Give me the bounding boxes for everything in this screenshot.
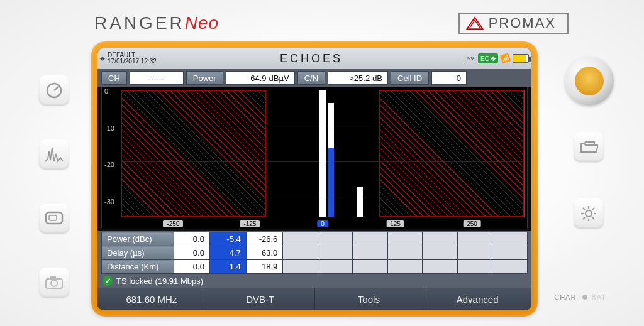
table-cell (353, 260, 388, 274)
echo-bar-selected-top (328, 103, 334, 148)
row-header: Distance (Km) (102, 260, 174, 274)
table-cell (283, 232, 318, 246)
svg-line-13 (583, 208, 585, 210)
spectrum-icon (44, 145, 64, 164)
ch-label: CH (101, 71, 127, 85)
screen-bezel: ⌖ DEFAULT 17/01/2017 12:32 ECHOES 5V EC … (91, 41, 538, 317)
cn-value: >25.2 dB (328, 71, 388, 85)
cn-label: C/N (297, 71, 325, 85)
hw-gauge-button[interactable] (39, 75, 69, 106)
hw-settings-button[interactable] (574, 198, 604, 229)
table-cell (318, 232, 353, 246)
guard-zone-right (379, 90, 524, 217)
table-row: Power (dBc)0.0-5.4-26.6 (102, 232, 528, 246)
bat-label-text: BAT (591, 293, 606, 301)
freq-button[interactable]: 681.60 MHz (97, 288, 206, 310)
xtick: -125 (240, 220, 260, 227)
battery-icon (513, 54, 529, 63)
hw-folder-button[interactable] (574, 132, 604, 162)
table-cell (387, 260, 423, 274)
brand-suffix: Neo (185, 13, 219, 33)
ec-label: EC (480, 55, 489, 62)
ts-status-text: TS locked (19.91 Mbps) (116, 276, 203, 286)
ec-badge: EC ✥ (478, 53, 498, 63)
char-label-text: CHAR. (554, 293, 579, 301)
svg-rect-3 (46, 212, 62, 224)
table-cell[interactable]: 0.0 (174, 260, 209, 274)
echoes-table: Power (dBc)0.0-5.4-26.6Delay (µs)0.04.76… (97, 231, 531, 274)
table-cell[interactable]: 1.4 (209, 260, 246, 274)
table-cell (353, 232, 388, 246)
svg-point-6 (51, 280, 57, 286)
ytick: -10 (104, 124, 114, 132)
table-cell[interactable]: -26.6 (246, 232, 283, 246)
echo-bar-main[interactable] (319, 90, 326, 217)
cellid-label: Cell ID (391, 71, 429, 85)
xtick-center: 0 (317, 220, 328, 227)
brand-maker: PROMAX (489, 15, 556, 31)
echo-bar-selected[interactable] (328, 148, 334, 217)
ch-value[interactable]: ------ (130, 71, 184, 85)
svg-line-14 (592, 217, 594, 219)
table-cell (318, 260, 353, 274)
table-cell (283, 260, 318, 274)
chart-plot-area (121, 90, 525, 217)
table-cell (457, 246, 492, 260)
cn-num: >25.2 (349, 73, 370, 83)
table-cell (492, 260, 528, 274)
power-label: Power (186, 71, 223, 85)
lcd-screen: ⌖ DEFAULT 17/01/2017 12:32 ECHOES 5V EC … (97, 48, 531, 310)
table-cell (423, 246, 458, 260)
folder-open-icon (579, 139, 598, 155)
table-cell[interactable]: 0.0 (174, 232, 209, 246)
cellid-value: 0 (431, 71, 467, 85)
echoes-chart[interactable]: 0 -10 -20 -30 -250 (101, 87, 528, 229)
ytick: -30 (104, 198, 114, 205)
checkmark-icon: ✔ (103, 276, 113, 286)
page-title: ECHOES (160, 52, 462, 65)
tools-button[interactable]: Tools (315, 288, 424, 310)
hw-camera-button[interactable] (39, 268, 69, 298)
camera-icon (44, 275, 64, 290)
timestamp: 17/01/2017 12:32 (108, 58, 157, 65)
promax-logo-icon (466, 16, 484, 30)
ts-status-row: ✔ TS locked (19.91 Mbps) (97, 274, 531, 288)
char-led-icon (582, 295, 587, 300)
y-axis-labels: 0 -10 -20 -30 (104, 87, 121, 219)
echo-bar-3[interactable] (357, 187, 363, 217)
table-cell[interactable]: 4.7 (209, 246, 246, 260)
table-cell[interactable]: 63.0 (246, 246, 283, 260)
table-cell (492, 246, 528, 260)
rotary-knob[interactable] (565, 57, 614, 106)
table-cell[interactable]: 18.9 (246, 260, 283, 274)
ytick: -20 (104, 161, 114, 168)
table-cell (387, 246, 423, 260)
cn-unit: dB (370, 73, 382, 83)
table-cell[interactable]: 0.0 (174, 246, 209, 260)
table-row: Distance (Km)0.01.418.9 (102, 260, 528, 274)
standard-button[interactable]: DVB-T (206, 288, 315, 310)
svg-point-8 (586, 210, 592, 217)
hw-spectrum-button[interactable] (39, 139, 69, 170)
power-value: 64.9 dBµV (226, 71, 295, 85)
table-cell (457, 260, 492, 274)
svg-marker-0 (467, 18, 482, 29)
brand-title: RANGERNeo (94, 13, 219, 33)
table-row: Delay (µs)0.04.763.0 (102, 246, 528, 260)
svg-rect-4 (49, 215, 57, 220)
table-cell[interactable]: -5.4 (209, 232, 246, 246)
move-icon: ✥ (491, 55, 496, 62)
brand-maker-badge: PROMAX (458, 13, 569, 34)
xtick: 125 (386, 220, 404, 227)
charge-indicator: CHAR. BAT (554, 293, 606, 301)
xtick: -250 (163, 220, 183, 227)
readout-bar: CH ------ Power 64.9 dBµV C/N >25.2 dB C… (97, 69, 531, 87)
advanced-button[interactable]: Advanced (423, 288, 531, 310)
hw-tv-button[interactable] (39, 204, 69, 234)
table-cell (457, 232, 492, 246)
target-icon: ⌖ (100, 53, 105, 64)
row-header: Delay (µs) (102, 246, 174, 260)
xtick: 250 (463, 220, 481, 227)
guard-zone-left (121, 90, 266, 217)
gauge-icon (45, 81, 64, 100)
